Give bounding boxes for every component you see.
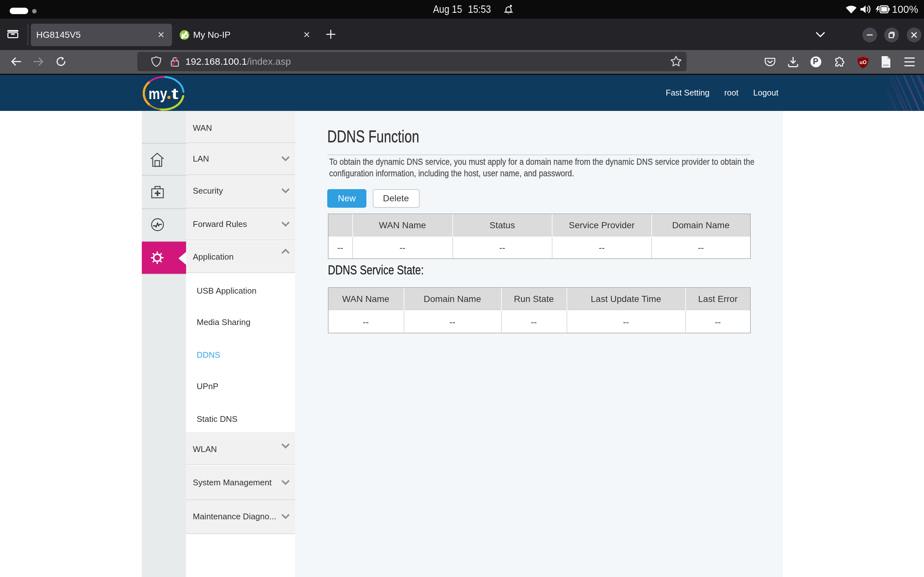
svg-text:my: my <box>149 85 167 102</box>
svg-text:t: t <box>171 85 178 102</box>
svg-text:uO: uO <box>859 59 867 65</box>
